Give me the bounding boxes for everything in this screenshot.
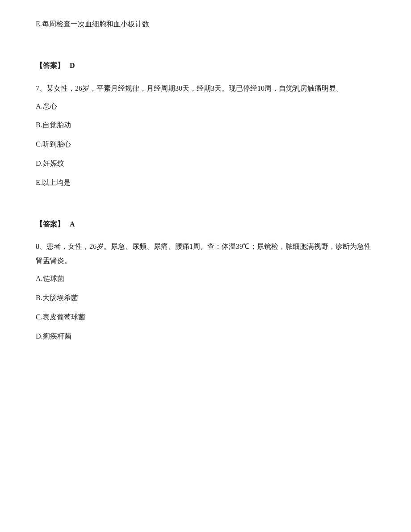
option-7b-text: B.自觉胎动 xyxy=(36,121,71,129)
option-e-prev: E.每周检查一次血细胞和血小板计数 xyxy=(36,18,375,31)
answer-7-label: 【答案】 xyxy=(36,220,64,228)
question-7: 7、某女性，26岁，平素月经规律，月经周期30天，经期3天。现已停经10周，自觉… xyxy=(36,81,375,189)
question-7-text: 7、某女性，26岁，平素月经规律，月经周期30天，经期3天。现已停经10周，自觉… xyxy=(36,81,375,96)
option-7b: B.自觉胎动 xyxy=(36,119,375,132)
option-7a: A.恶心 xyxy=(36,100,375,113)
option-7d: D.妊娠纹 xyxy=(36,157,375,170)
option-7e: E.以上均是 xyxy=(36,176,375,189)
option-8d-text: D.痢疾杆菌 xyxy=(36,332,71,340)
question-8: 8、患者，女性，26岁。尿急、尿频、尿痛、腰痛1周。查：体温39℃；尿镜检，脓细… xyxy=(36,239,375,343)
option-8b-text: B.大肠埃希菌 xyxy=(36,294,78,302)
option-e-prev-text: E.每周检查一次血细胞和血小板计数 xyxy=(36,20,149,28)
option-7c: C.听到胎心 xyxy=(36,138,375,151)
option-8d: D.痢疾杆菌 xyxy=(36,330,375,343)
option-8a: A.链球菌 xyxy=(36,272,375,285)
answer-6: 【答案】 D xyxy=(36,59,375,72)
option-8a-text: A.链球菌 xyxy=(36,275,64,282)
answer-6-label: 【答案】 xyxy=(36,62,64,69)
answer-6-value: D xyxy=(70,62,75,69)
answer-7: 【答案】 A xyxy=(36,218,375,231)
option-8c: C.表皮葡萄球菌 xyxy=(36,311,375,324)
answer-7-value: A xyxy=(70,220,75,228)
option-8c-text: C.表皮葡萄球菌 xyxy=(36,313,85,321)
option-7d-text: D.妊娠纹 xyxy=(36,159,64,167)
question-8-text: 8、患者，女性，26岁。尿急、尿频、尿痛、腰痛1周。查：体温39℃；尿镜检，脓细… xyxy=(36,239,375,268)
option-7a-text: A.恶心 xyxy=(36,102,57,110)
option-8b: B.大肠埃希菌 xyxy=(36,292,375,305)
option-7e-text: E.以上均是 xyxy=(36,179,71,186)
option-7c-text: C.听到胎心 xyxy=(36,140,71,148)
prev-option-e: E.每周检查一次血细胞和血小板计数 xyxy=(36,18,375,31)
